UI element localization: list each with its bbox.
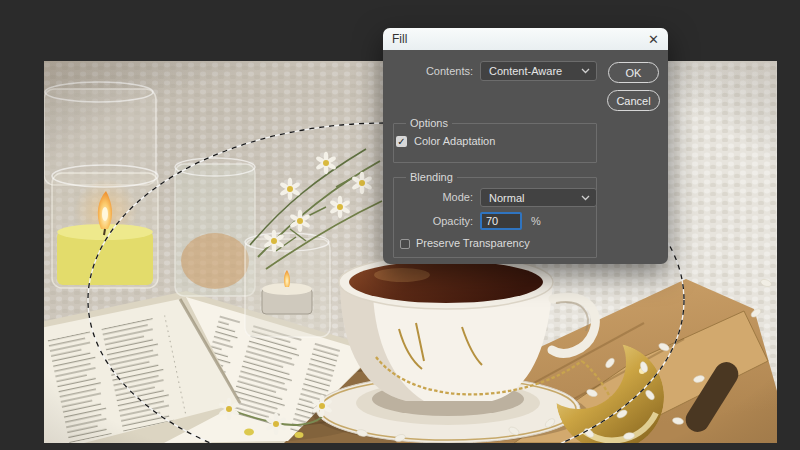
options-legend: Options xyxy=(406,117,452,129)
mode-label: Mode: xyxy=(389,191,473,203)
photoshop-workspace: Fill ✕ Contents: Content-Aware OK Cancel… xyxy=(0,0,800,450)
blending-legend: Blending xyxy=(406,171,457,183)
preserve-transparency-label: Preserve Transparency xyxy=(416,237,530,249)
chevron-down-icon xyxy=(581,68,590,74)
ok-button[interactable]: OK xyxy=(608,62,659,83)
check-icon: ✓ xyxy=(397,136,405,147)
cancel-button[interactable]: Cancel xyxy=(607,90,660,111)
dialog-titlebar[interactable]: Fill ✕ xyxy=(383,28,668,50)
opacity-label: Opacity: xyxy=(389,215,473,227)
mode-dropdown-value: Normal xyxy=(489,192,524,204)
contents-label: Contents: xyxy=(389,65,473,77)
contents-dropdown-value: Content-Aware xyxy=(489,65,562,77)
preserve-transparency-checkbox[interactable] xyxy=(400,239,410,249)
opacity-unit: % xyxy=(531,215,551,227)
chevron-down-icon xyxy=(581,195,590,201)
dialog-title: Fill xyxy=(392,32,407,46)
mode-dropdown[interactable]: Normal xyxy=(480,188,597,207)
color-adaptation-label: Color Adaptation xyxy=(414,135,495,147)
contents-dropdown[interactable]: Content-Aware xyxy=(480,61,597,81)
opacity-input[interactable] xyxy=(480,212,522,230)
close-icon[interactable]: ✕ xyxy=(648,33,659,46)
color-adaptation-checkbox[interactable]: ✓ xyxy=(396,136,407,147)
fill-dialog: Fill ✕ Contents: Content-Aware OK Cancel… xyxy=(383,28,668,264)
